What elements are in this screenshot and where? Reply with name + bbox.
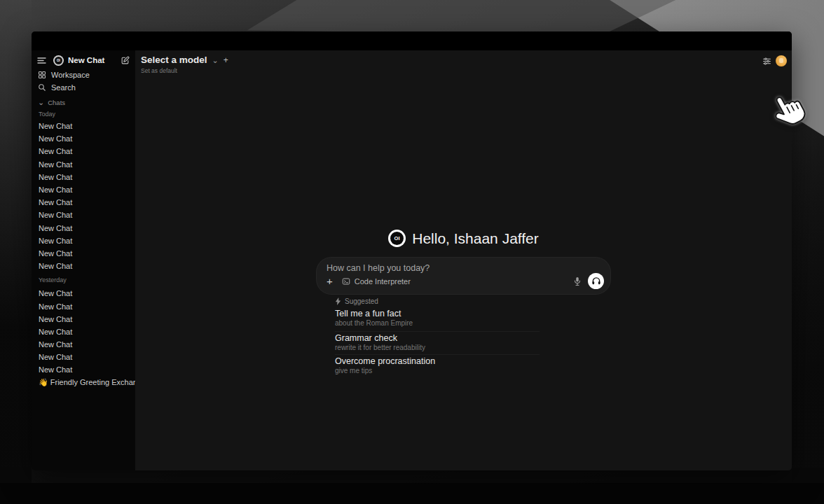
user-avatar[interactable] (776, 55, 787, 66)
menu-icon (37, 57, 46, 64)
sidebar-chat-item[interactable]: New Chat (32, 183, 135, 196)
code-interpreter-toggle[interactable]: Code Interpreter (342, 277, 411, 286)
wallpaper-right-fade (792, 140, 824, 504)
sidebar-item-search[interactable]: Search (32, 81, 135, 94)
chat-item-label: New Chat (39, 198, 72, 206)
sidebar-chat-item[interactable]: New Chat (32, 260, 135, 272)
chat-item-label: New Chat (39, 134, 72, 143)
sidebar-chat-item[interactable]: New Chat (32, 338, 135, 351)
model-selector-block: Select a model ⌄ + Set as default (141, 55, 228, 74)
chat-item-label: New Chat (39, 122, 72, 130)
sidebar-chat-item[interactable]: New Chat (32, 300, 135, 312)
sidebar-chat-item[interactable]: New Chat (32, 120, 135, 132)
chat-item-label: New Chat (39, 328, 72, 336)
suggestion-item[interactable]: Tell me a fun fact about the Roman Empir… (335, 309, 540, 331)
suggestion-subtitle: give me tips (335, 367, 540, 375)
chat-group-label-yesterday: Yesterday (32, 276, 135, 284)
workspace-label: Workspace (51, 71, 90, 79)
app-logo-text: OI (390, 232, 404, 245)
suggestion-title: Grammar check (335, 333, 540, 344)
app-logo-text: OI (55, 57, 62, 64)
voice-input-button[interactable] (573, 276, 582, 286)
suggestion-title: Overcome procrastination (335, 356, 540, 367)
sidebar-chat-item[interactable]: New Chat (32, 145, 135, 158)
sidebar-chat-item[interactable]: New Chat (32, 196, 135, 209)
edit-pencil-icon (121, 56, 130, 65)
chat-item-label: New Chat (39, 365, 72, 374)
welcome-block: OI Hello, Ishaan Jaffer How can I help y… (135, 230, 792, 378)
chat-item-label: New Chat (39, 262, 72, 270)
sliders-icon (762, 57, 771, 66)
sidebar-chat-item[interactable]: New Chat (32, 287, 135, 300)
sidebar-chat-item[interactable]: New Chat (32, 247, 135, 260)
message-composer: How can I help you today? + Code Interpr… (316, 257, 611, 295)
chat-item-label: New Chat (39, 211, 72, 219)
chat-item-label: New Chat (39, 353, 72, 361)
sidebar-chat-item[interactable]: New Chat (32, 132, 135, 145)
search-icon (38, 83, 46, 92)
main-content: Select a model ⌄ + Set as default (135, 50, 792, 470)
chats-section-label: Chats (48, 99, 65, 106)
bolt-icon (335, 298, 341, 305)
attach-button[interactable]: + (327, 276, 333, 286)
add-model-button[interactable]: + (224, 55, 228, 65)
sidebar-chat-item[interactable]: New Chat (32, 171, 135, 183)
code-interpreter-label: Code Interpreter (355, 277, 411, 286)
chat-item-label: New Chat (39, 340, 72, 349)
workspace-grid-icon (38, 71, 46, 79)
sidebar-toggle-button[interactable] (37, 57, 46, 64)
app-logo-icon: OI (53, 55, 64, 66)
chat-item-label: New Chat (39, 173, 72, 181)
screen: OI New Chat Workspa (0, 0, 824, 504)
chat-list-yesterday: New Chat New Chat New Chat New Chat (32, 287, 135, 389)
set-as-default-button[interactable]: Set as default (141, 67, 228, 74)
suggestion-item[interactable]: Overcome procrastination give me tips (335, 354, 540, 378)
sidebar-header: OI New Chat (32, 52, 135, 69)
suggestion-item[interactable]: Grammar check rewrite it for better read… (335, 331, 540, 355)
suggested-section: Suggested Tell me a fun fact about the R… (316, 297, 611, 378)
chat-item-label: New Chat (39, 249, 72, 258)
sidebar: OI New Chat Workspa (32, 50, 135, 470)
sidebar-chat-item[interactable]: New Chat (32, 234, 135, 247)
app-logo-icon: OI (388, 230, 406, 247)
terminal-icon (342, 277, 350, 286)
sidebar-chat-item[interactable]: New Chat (32, 222, 135, 234)
composer-toolbar: + Code Interpreter (317, 273, 610, 289)
app-top-bar (32, 31, 792, 50)
sidebar-chat-item[interactable]: New Chat (32, 209, 135, 221)
sidebar-chat-item[interactable]: 👋 Friendly Greeting Exchange (32, 377, 135, 389)
suggestion-title: Tell me a fun fact (335, 309, 540, 319)
voice-call-button[interactable] (588, 273, 604, 289)
suggestion-subtitle: rewrite it for better readability (335, 344, 540, 352)
new-chat-button[interactable] (121, 56, 130, 65)
chats-section-toggle[interactable]: ⌄ Chats (32, 98, 135, 106)
top-right-actions (762, 55, 787, 66)
suggestion-subtitle: about the Roman Empire (335, 319, 540, 328)
chat-item-label: New Chat (39, 315, 72, 323)
chat-item-label: New Chat (39, 186, 72, 194)
sidebar-chat-item[interactable]: New Chat (32, 351, 135, 363)
sidebar-chat-item[interactable]: New Chat (32, 326, 135, 338)
chat-item-label: New Chat (39, 237, 72, 245)
chat-item-label: New Chat (39, 289, 72, 298)
chat-item-label: New Chat (39, 147, 72, 155)
message-input[interactable]: How can I help you today? (327, 263, 600, 274)
chat-item-label: New Chat (39, 224, 72, 232)
headphones-icon (591, 276, 601, 286)
controls-button[interactable] (762, 57, 771, 66)
chat-group-label-today: Today (32, 111, 135, 118)
chat-item-label: 👋 Friendly Greeting Exchange (39, 378, 135, 387)
chat-list-today: New Chat New Chat New Chat New Chat (32, 120, 135, 272)
sidebar-chat-item[interactable]: New Chat (32, 158, 135, 171)
model-selector-label: Select a model (141, 55, 207, 65)
chevron-down-icon: ⌄ (38, 99, 44, 105)
chat-item-label: New Chat (39, 160, 72, 169)
model-selector[interactable]: Select a model ⌄ + (141, 55, 228, 65)
microphone-icon (573, 276, 582, 286)
sidebar-chat-item[interactable]: New Chat (32, 313, 135, 326)
search-label: Search (51, 83, 76, 92)
sidebar-item-workspace[interactable]: Workspace (32, 69, 135, 81)
sidebar-chat-item[interactable]: New Chat (32, 363, 135, 376)
suggestion-list: Tell me a fun fact about the Roman Empir… (335, 305, 611, 378)
screen-bottom-bar (0, 483, 824, 504)
